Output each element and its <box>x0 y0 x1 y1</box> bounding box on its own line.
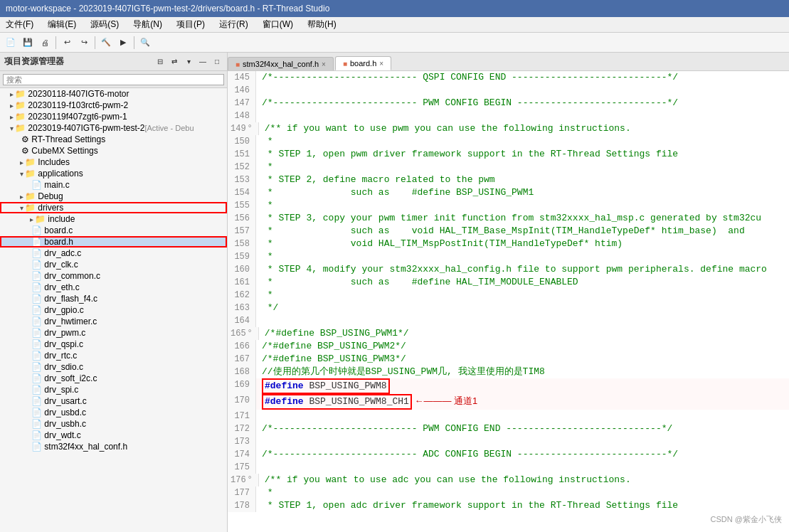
line-content[interactable]: * <box>256 250 273 263</box>
line-content[interactable]: #define BSP_USING_PWM8_CH1 ←——— 通道1 <box>256 394 477 410</box>
tree-item-drvsoft[interactable]: 📄 drv_soft_i2c.c <box>0 373 227 384</box>
save-btn[interactable]: 💾 <box>20 35 36 50</box>
tree-item-proj4[interactable]: ▾📁 2023019-f407IGT6-pwm-test-2 [Active -… <box>0 122 227 134</box>
line-content[interactable] <box>256 84 262 97</box>
tree-item-drvpwm[interactable]: 📄 drv_pwm.c <box>0 327 227 339</box>
undo-btn[interactable]: ↩ <box>59 35 75 50</box>
line-content[interactable]: /*-------------------------- PWM CONFIG … <box>256 422 672 435</box>
line-content[interactable]: */ <box>256 302 278 314</box>
collapse-all-btn[interactable]: ⊟ <box>154 56 166 68</box>
line-content[interactable]: /*#define BSP_USING_PWM1*/ <box>259 327 409 340</box>
tree-item-stm32conf[interactable]: 📄 stm32f4xx_hal_conf.h <box>0 441 227 452</box>
link-editor-btn[interactable]: ⇄ <box>169 56 180 68</box>
line-content[interactable]: * <box>256 289 273 302</box>
tree-item-drvflash[interactable]: 📄 drv_flash_f4.c <box>0 293 227 304</box>
tree-item-drvhwtimer[interactable]: 📄 drv_hwtimer.c <box>0 316 227 327</box>
line-content[interactable]: /*#define BSP_USING_PWM2*/ <box>256 340 406 353</box>
tree-item-mainc[interactable]: 📄 main.c <box>0 179 227 191</box>
menu-item[interactable]: 文件(F) <box>3 17 36 32</box>
tree-item-proj2[interactable]: ▸📁 20230119-f103rct6-pwm-2 <box>0 100 227 111</box>
tree-item-boardh[interactable]: 📄 board.h <box>0 236 227 248</box>
debug-btn[interactable]: ▶ <box>115 35 131 50</box>
tree-item-proj3[interactable]: ▸📁 20230119f407zgt6-pwm-1 <box>0 111 227 122</box>
line-content[interactable]: * STEP 2, define macro related to the pw… <box>256 174 495 186</box>
tree-item-drveth[interactable]: 📄 drv_eth.c <box>0 282 227 293</box>
tab-tab-stm32[interactable]: ■stm32f4xx_hal_conf.h× <box>228 57 334 70</box>
line-content[interactable]: #define BSP_USING_PWM8 <box>256 378 390 394</box>
tree-item-apps[interactable]: ▾📁 applications <box>0 168 227 179</box>
tree-icon: 📁 <box>25 169 36 179</box>
line-content[interactable]: * such as void HAL_TIM_Base_MspInit(TIM_… <box>256 225 745 238</box>
tree-item-drivers[interactable]: ▾📁 drivers <box>0 202 227 213</box>
line-content[interactable]: * such as #define HAL_TIM_MODULE_ENABLED <box>256 276 578 289</box>
tree-item-proj1[interactable]: ▸📁 20230118-f407IGT6-motor <box>0 88 227 100</box>
tree-item-debug[interactable]: ▸📁 Debug <box>0 191 227 202</box>
line-content[interactable]: /*-------------------------- QSPI CONFIG… <box>256 71 678 84</box>
tree-item-includes[interactable]: ▸📁 Includes <box>0 156 227 168</box>
tree-item-drvqspi[interactable]: 📄 drv_qspi.c <box>0 339 227 350</box>
maximize-btn[interactable]: □ <box>211 56 223 68</box>
line-content[interactable]: * void HAL_TIM_MspPostInit(TIM_HandleTyp… <box>256 238 623 250</box>
tab-close[interactable]: × <box>379 60 383 68</box>
minimize-btn[interactable]: — <box>197 56 208 68</box>
tree-item-drvadc[interactable]: 📄 drv_adc.c <box>0 248 227 259</box>
tree-item-drvsdio[interactable]: 📄 drv_sdio.c <box>0 361 227 373</box>
comment-span: /*-------------------------- QSPI CONFIG… <box>262 72 678 83</box>
line-content[interactable]: /** if you want to use pwm you can use t… <box>259 122 631 135</box>
tree-item-cubemx[interactable]: ⚙ CubeMX Settings <box>0 145 227 156</box>
tree-item-drvspi[interactable]: 📄 drv_spi.c <box>0 384 227 395</box>
search-input[interactable] <box>3 74 224 85</box>
line-content[interactable]: * such as #define BSP_USING_PWM1 <box>256 186 534 199</box>
line-content[interactable] <box>256 410 262 422</box>
code-line-160: 160 * STEP 4, modify your stm32xxxx_hal_… <box>228 263 789 276</box>
tree-item-drvrtc[interactable]: 📄 drv_rtc.c <box>0 350 227 361</box>
menu-item[interactable]: 运行(R) <box>216 17 251 32</box>
line-number: 162 <box>228 289 256 302</box>
tree-item-boardc[interactable]: 📄 board.c <box>0 225 227 236</box>
tree-item-drvusart[interactable]: 📄 drv_usart.c <box>0 395 227 407</box>
code-area[interactable]: 145/*-------------------------- QSPI CON… <box>228 71 789 532</box>
code-line-175: 175 <box>228 461 789 474</box>
tab-close[interactable]: × <box>322 60 326 68</box>
line-content[interactable]: * <box>256 486 273 499</box>
line-content[interactable] <box>256 435 262 448</box>
view-menu-btn[interactable]: ▾ <box>183 56 194 68</box>
tree-item-drvcommon[interactable]: 📄 drv_common.c <box>0 270 227 282</box>
menu-item[interactable]: 窗口(W) <box>260 17 296 32</box>
tree-item-drvusbh[interactable]: 📄 drv_usbh.c <box>0 418 227 430</box>
sidebar-search-bar[interactable] <box>0 71 227 88</box>
line-content[interactable]: /*-------------------------- PWM CONFIG … <box>256 97 678 110</box>
tab-tab-boardh[interactable]: ■board.h× <box>335 56 391 70</box>
line-content[interactable]: * STEP 4, modify your stm32xxxx_hal_conf… <box>256 263 767 276</box>
line-content[interactable] <box>256 314 262 327</box>
line-content[interactable]: * STEP 1, open adc driver framework supp… <box>256 499 678 512</box>
line-content[interactable]: * STEP 3, copy your pwm timer init funct… <box>256 212 761 225</box>
print-btn[interactable]: 🖨 <box>37 35 53 50</box>
line-content[interactable]: * <box>256 199 273 212</box>
menu-item[interactable]: 编辑(E) <box>45 17 79 32</box>
tree-item-drvgpio[interactable]: 📄 drv_gpio.c <box>0 304 227 316</box>
tree-item-drvclk[interactable]: 📄 drv_clk.c <box>0 259 227 270</box>
main-layout: 项目资源管理器 ⊟ ⇄ ▾ — □ ▸📁 20230118-f407IGT6-m… <box>0 53 789 532</box>
tree-item-drvwdt[interactable]: 📄 drv_wdt.c <box>0 430 227 441</box>
redo-btn[interactable]: ↪ <box>76 35 92 50</box>
tree-item-include[interactable]: ▸📁 include <box>0 213 227 225</box>
line-content[interactable]: /** if you want to use adc you can use t… <box>259 474 631 486</box>
line-content[interactable] <box>256 110 262 122</box>
menu-item[interactable]: 导航(N) <box>130 17 165 32</box>
build-btn[interactable]: 🔨 <box>98 35 114 50</box>
line-content[interactable]: * <box>256 135 273 148</box>
line-content[interactable]: * <box>256 161 273 174</box>
search-btn[interactable]: 🔍 <box>137 35 153 50</box>
new-btn[interactable]: 📄 <box>3 35 18 50</box>
line-content[interactable]: /*-------------------------- ADC CONFIG … <box>256 448 678 461</box>
line-content[interactable]: /*#define BSP_USING_PWM3*/ <box>256 353 406 366</box>
menu-item[interactable]: 项目(P) <box>174 17 208 32</box>
line-content[interactable]: * STEP 1, open pwm driver framework supp… <box>256 148 678 161</box>
line-content[interactable] <box>256 461 262 474</box>
menu-item[interactable]: 帮助(H) <box>305 17 339 32</box>
tree-item-rtthread[interactable]: ⚙ RT-Thread Settings <box>0 134 227 145</box>
line-content[interactable]: //使用的第几个时钟就是BSP_USING_PWM几, 我这里使用的是TIM8 <box>256 366 545 378</box>
menu-item[interactable]: 源码(S) <box>88 17 122 32</box>
tree-item-drvusbd[interactable]: 📄 drv_usbd.c <box>0 407 227 418</box>
